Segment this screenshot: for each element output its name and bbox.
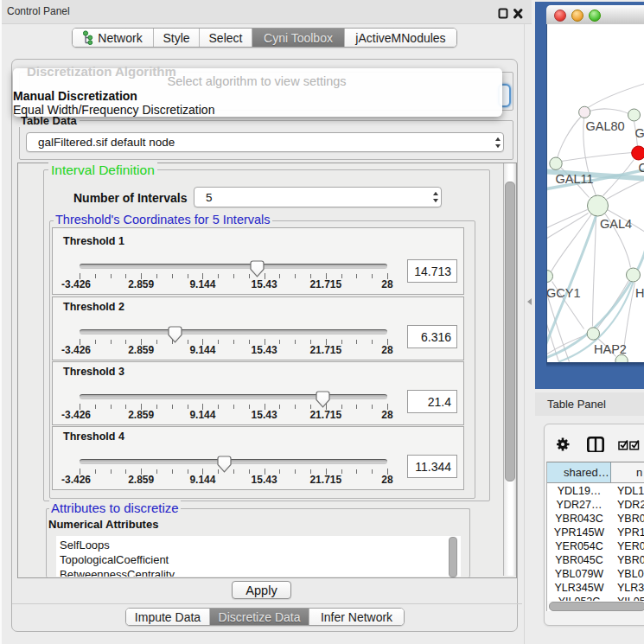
- svg-text:HAP2: HAP2: [594, 342, 627, 356]
- svg-text:C: C: [638, 161, 644, 175]
- svg-text:GAL11: GAL11: [555, 172, 593, 186]
- svg-text:GAL4: GAL4: [600, 217, 632, 231]
- svg-text:G: G: [634, 126, 644, 140]
- svg-text:GAL80: GAL80: [585, 119, 624, 133]
- svg-text:H: H: [635, 286, 644, 300]
- svg-text:GCY1: GCY1: [547, 286, 581, 300]
